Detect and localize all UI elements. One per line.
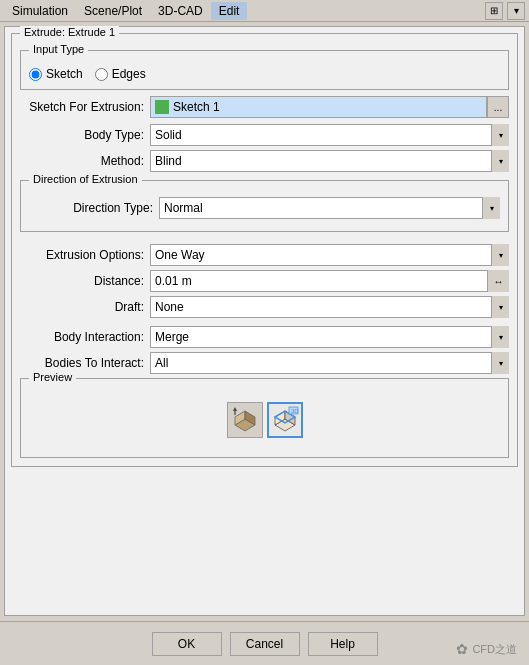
menubar-icon-pin[interactable]: ▾	[507, 2, 525, 20]
distance-input-wrap: ↔	[150, 270, 509, 292]
body-interaction-label: Body Interaction:	[20, 330, 150, 344]
body-interaction-select-wrapper: Merge Intersect Subtract New Body ▾	[150, 326, 509, 348]
body-interaction-select[interactable]: Merge Intersect Subtract New Body	[150, 326, 509, 348]
direction-group-label: Direction of Extrusion	[29, 173, 142, 185]
draft-select[interactable]: None Inward Outward	[150, 296, 509, 318]
sketch-color-indicator	[155, 100, 169, 114]
extrusion-options-select[interactable]: One Way Symmetric Two Way	[150, 244, 509, 266]
direction-type-select[interactable]: Normal Custom	[159, 197, 500, 219]
sketch-row: Sketch For Extrusion: Sketch 1 ...	[20, 96, 509, 118]
radio-sketch[interactable]: Sketch	[29, 67, 83, 81]
sketch-field[interactable]: Sketch 1	[150, 96, 487, 118]
distance-label: Distance:	[20, 274, 150, 288]
draft-row: Draft: None Inward Outward ▾	[20, 296, 509, 318]
ok-button[interactable]: OK	[152, 632, 222, 656]
direction-type-select-wrapper: Normal Custom ▾	[159, 197, 500, 219]
bodies-to-interact-select-wrapper: All Selected ▾	[150, 352, 509, 374]
body-type-select-wrapper: Solid Surface Sheet ▾	[150, 124, 509, 146]
method-row: Method: Blind Through All Up To Next Up …	[20, 150, 509, 172]
watermark: ✿ CFD之道	[456, 641, 517, 657]
menu-3d-cad[interactable]: 3D-CAD	[150, 2, 211, 20]
bodies-to-interact-row: Bodies To Interact: All Selected ▾	[20, 352, 509, 374]
radio-edges-input[interactable]	[95, 68, 108, 81]
input-type-label: Input Type	[29, 43, 88, 55]
menu-simulation[interactable]: Simulation	[4, 2, 76, 20]
method-select[interactable]: Blind Through All Up To Next Up To Face	[150, 150, 509, 172]
help-button[interactable]: Help	[308, 632, 378, 656]
svg-marker-4	[233, 407, 237, 411]
radio-edges-label: Edges	[112, 67, 146, 81]
menu-scene-plot[interactable]: Scene/Plot	[76, 2, 150, 20]
watermark-text: CFD之道	[472, 642, 517, 657]
button-bar: OK Cancel Help ✿ CFD之道	[0, 621, 529, 665]
draft-label: Draft:	[20, 300, 150, 314]
sketch-value: Sketch 1	[173, 100, 220, 114]
extrusion-options-label: Extrusion Options:	[20, 248, 150, 262]
body-type-select[interactable]: Solid Surface Sheet	[150, 124, 509, 146]
radio-sketch-label: Sketch	[46, 67, 83, 81]
distance-row: Distance: ↔	[20, 270, 509, 292]
bodies-to-interact-label: Bodies To Interact:	[20, 356, 150, 370]
preview-box: Preview	[20, 378, 509, 458]
extrusion-options-row: Extrusion Options: One Way Symmetric Two…	[20, 244, 509, 266]
body-type-row: Body Type: Solid Surface Sheet ▾	[20, 124, 509, 146]
method-select-wrapper: Blind Through All Up To Next Up To Face …	[150, 150, 509, 172]
direction-group: Direction of Extrusion Direction Type: N…	[20, 180, 509, 232]
method-label: Method:	[20, 154, 150, 168]
direction-type-label: Direction Type:	[29, 201, 159, 215]
body-interaction-row: Body Interaction: Merge Intersect Subtra…	[20, 326, 509, 348]
preview-label: Preview	[29, 371, 76, 383]
3d-face-svg: 3D	[270, 405, 300, 435]
direction-type-row: Direction Type: Normal Custom ▾	[29, 197, 500, 219]
preview-icon-3d-solid[interactable]	[227, 402, 263, 438]
body-type-label: Body Type:	[20, 128, 150, 142]
main-panel: Extrude: Extrude 1 Input Type Sketch Edg…	[4, 26, 525, 616]
watermark-icon: ✿	[456, 641, 468, 657]
preview-icon-3d-face[interactable]: 3D	[267, 402, 303, 438]
distance-toggle-btn[interactable]: ↔	[487, 270, 509, 292]
distance-input[interactable]	[150, 270, 509, 292]
extrude-group: Extrude: Extrude 1 Input Type Sketch Edg…	[11, 33, 518, 467]
radio-sketch-input[interactable]	[29, 68, 42, 81]
extrusion-options-select-wrapper: One Way Symmetric Two Way ▾	[150, 244, 509, 266]
sketch-browse-button[interactable]: ...	[487, 96, 509, 118]
3d-solid-svg	[230, 405, 260, 435]
menubar: Simulation Scene/Plot 3D-CAD Edit ⊞ ▾	[0, 0, 529, 22]
bodies-to-interact-select[interactable]: All Selected	[150, 352, 509, 374]
cancel-button[interactable]: Cancel	[230, 632, 300, 656]
menubar-icons: ⊞ ▾	[485, 2, 525, 20]
menu-edit[interactable]: Edit	[211, 2, 248, 20]
sketch-for-extrusion-label: Sketch For Extrusion:	[20, 100, 150, 114]
preview-icons: 3D	[227, 402, 303, 438]
radio-edges[interactable]: Edges	[95, 67, 146, 81]
extrude-title: Extrude: Extrude 1	[20, 26, 119, 38]
svg-text:3D: 3D	[291, 408, 299, 414]
input-type-row: Sketch Edges	[29, 67, 500, 81]
menubar-icon-grid[interactable]: ⊞	[485, 2, 503, 20]
input-type-group: Input Type Sketch Edges	[20, 50, 509, 90]
draft-select-wrapper: None Inward Outward ▾	[150, 296, 509, 318]
